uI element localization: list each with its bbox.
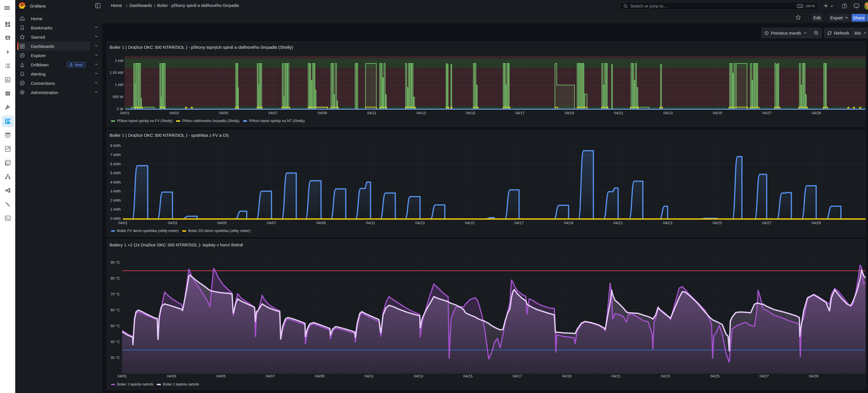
svg-text:HACS: HACS — [5, 137, 10, 138]
